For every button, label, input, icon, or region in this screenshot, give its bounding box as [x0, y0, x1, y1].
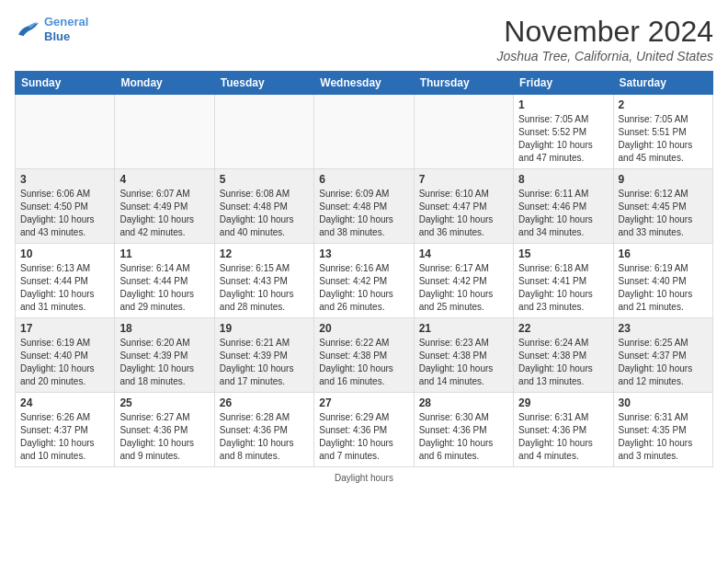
calendar-week-3: 10Sunrise: 6:13 AM Sunset: 4:44 PM Dayli…: [16, 244, 713, 318]
day-info: Sunrise: 7:05 AM Sunset: 5:51 PM Dayligh…: [619, 113, 708, 165]
calendar-day: 11Sunrise: 6:14 AM Sunset: 4:44 PM Dayli…: [115, 244, 214, 318]
day-number: 18: [119, 322, 209, 335]
calendar-day: 1Sunrise: 7:05 AM Sunset: 5:52 PM Daylig…: [514, 95, 613, 169]
calendar-day: [314, 95, 414, 169]
day-number: 26: [220, 396, 309, 409]
logo-text: General Blue: [44, 15, 88, 43]
day-info: Sunrise: 6:12 AM Sunset: 4:45 PM Dayligh…: [619, 188, 708, 239]
logo: General Blue: [15, 15, 88, 43]
calendar-day: 16Sunrise: 6:19 AM Sunset: 4:40 PM Dayli…: [613, 244, 712, 318]
day-number: 3: [20, 173, 109, 186]
calendar-day: [115, 95, 214, 169]
day-info: Sunrise: 6:11 AM Sunset: 4:46 PM Dayligh…: [518, 188, 608, 239]
day-info: Sunrise: 6:19 AM Sunset: 4:40 PM Dayligh…: [619, 262, 708, 314]
day-info: Sunrise: 6:09 AM Sunset: 4:48 PM Dayligh…: [319, 188, 408, 239]
day-info: Sunrise: 6:25 AM Sunset: 4:37 PM Dayligh…: [619, 337, 708, 388]
day-number: 30: [619, 396, 708, 409]
day-info: Sunrise: 6:31 AM Sunset: 4:35 PM Dayligh…: [619, 411, 708, 463]
day-info: Sunrise: 6:27 AM Sunset: 4:36 PM Dayligh…: [119, 411, 209, 463]
day-info: Sunrise: 6:24 AM Sunset: 4:38 PM Dayligh…: [518, 337, 608, 388]
day-number: 19: [220, 322, 309, 335]
calendar-day: 22Sunrise: 6:24 AM Sunset: 4:38 PM Dayli…: [514, 318, 613, 393]
day-number: 28: [419, 396, 508, 409]
day-number: 20: [319, 322, 408, 335]
day-info: Sunrise: 6:22 AM Sunset: 4:38 PM Dayligh…: [319, 337, 408, 388]
calendar-day: 5Sunrise: 6:08 AM Sunset: 4:48 PM Daylig…: [214, 169, 313, 244]
day-number: 13: [319, 247, 408, 260]
calendar-week-4: 17Sunrise: 6:19 AM Sunset: 4:40 PM Dayli…: [16, 318, 713, 393]
calendar-day: 28Sunrise: 6:30 AM Sunset: 4:36 PM Dayli…: [414, 393, 513, 467]
day-info: Sunrise: 6:29 AM Sunset: 4:36 PM Dayligh…: [319, 411, 408, 463]
day-info: Sunrise: 6:18 AM Sunset: 4:41 PM Dayligh…: [518, 262, 608, 314]
calendar-table: SundayMondayTuesdayWednesdayThursdayFrid…: [15, 71, 713, 467]
column-header-thursday: Thursday: [414, 72, 513, 95]
day-info: Sunrise: 6:16 AM Sunset: 4:42 PM Dayligh…: [319, 262, 408, 314]
calendar-day: 26Sunrise: 6:28 AM Sunset: 4:36 PM Dayli…: [214, 393, 313, 467]
calendar-week-5: 24Sunrise: 6:26 AM Sunset: 4:37 PM Dayli…: [16, 393, 713, 467]
day-info: Sunrise: 6:10 AM Sunset: 4:47 PM Dayligh…: [419, 188, 508, 239]
day-number: 16: [619, 247, 708, 260]
day-info: Sunrise: 6:31 AM Sunset: 4:36 PM Dayligh…: [518, 411, 608, 463]
calendar-day: 2Sunrise: 7:05 AM Sunset: 5:51 PM Daylig…: [613, 95, 712, 169]
day-number: 12: [220, 247, 309, 260]
logo-bird-icon: [15, 19, 40, 40]
logo-line2: Blue: [44, 29, 88, 44]
page-header: General Blue November 2024 Joshua Tree, …: [15, 15, 713, 63]
calendar-day: 6Sunrise: 6:09 AM Sunset: 4:48 PM Daylig…: [314, 169, 414, 244]
day-number: 8: [518, 173, 608, 186]
day-number: 14: [419, 247, 508, 260]
day-info: Sunrise: 6:26 AM Sunset: 4:37 PM Dayligh…: [20, 411, 109, 463]
logo-line1: General: [44, 15, 88, 29]
calendar-day: [16, 95, 115, 169]
calendar-day: 27Sunrise: 6:29 AM Sunset: 4:36 PM Dayli…: [314, 393, 414, 467]
day-number: 11: [119, 247, 209, 260]
day-info: Sunrise: 6:15 AM Sunset: 4:43 PM Dayligh…: [220, 262, 309, 314]
day-info: Sunrise: 6:20 AM Sunset: 4:39 PM Dayligh…: [119, 337, 209, 388]
calendar-day: 21Sunrise: 6:23 AM Sunset: 4:38 PM Dayli…: [414, 318, 513, 393]
day-number: 6: [319, 173, 408, 186]
day-info: Sunrise: 6:07 AM Sunset: 4:49 PM Dayligh…: [119, 188, 209, 239]
calendar-day: 10Sunrise: 6:13 AM Sunset: 4:44 PM Dayli…: [16, 244, 115, 318]
month-title: November 2024: [496, 15, 713, 49]
column-header-friday: Friday: [514, 72, 613, 95]
day-info: Sunrise: 6:13 AM Sunset: 4:44 PM Dayligh…: [20, 262, 109, 314]
day-info: Sunrise: 7:05 AM Sunset: 5:52 PM Dayligh…: [518, 113, 608, 165]
day-number: 25: [119, 396, 209, 409]
day-info: Sunrise: 6:21 AM Sunset: 4:39 PM Dayligh…: [220, 337, 309, 388]
day-number: 17: [20, 322, 109, 335]
day-info: Sunrise: 6:19 AM Sunset: 4:40 PM Dayligh…: [20, 337, 109, 388]
day-number: 4: [119, 173, 209, 186]
column-header-tuesday: Tuesday: [214, 72, 313, 95]
day-number: 21: [419, 322, 508, 335]
calendar-week-2: 3Sunrise: 6:06 AM Sunset: 4:50 PM Daylig…: [16, 169, 713, 244]
calendar-day: 20Sunrise: 6:22 AM Sunset: 4:38 PM Dayli…: [314, 318, 414, 393]
calendar-day: [414, 95, 513, 169]
calendar-day: 19Sunrise: 6:21 AM Sunset: 4:39 PM Dayli…: [214, 318, 313, 393]
title-area: November 2024 Joshua Tree, California, U…: [496, 15, 713, 63]
day-number: 15: [518, 247, 608, 260]
calendar-day: 23Sunrise: 6:25 AM Sunset: 4:37 PM Dayli…: [613, 318, 712, 393]
calendar-day: 12Sunrise: 6:15 AM Sunset: 4:43 PM Dayli…: [214, 244, 313, 318]
day-number: 29: [518, 396, 608, 409]
column-header-saturday: Saturday: [613, 72, 712, 95]
calendar-day: 13Sunrise: 6:16 AM Sunset: 4:42 PM Dayli…: [314, 244, 414, 318]
day-number: 5: [220, 173, 309, 186]
calendar-day: 30Sunrise: 6:31 AM Sunset: 4:35 PM Dayli…: [613, 393, 712, 467]
calendar-day: [214, 95, 313, 169]
calendar-day: 17Sunrise: 6:19 AM Sunset: 4:40 PM Dayli…: [16, 318, 115, 393]
column-header-monday: Monday: [115, 72, 214, 95]
day-number: 7: [419, 173, 508, 186]
day-number: 10: [20, 247, 109, 260]
day-info: Sunrise: 6:23 AM Sunset: 4:38 PM Dayligh…: [419, 337, 508, 388]
day-info: Sunrise: 6:14 AM Sunset: 4:44 PM Dayligh…: [119, 262, 209, 314]
calendar-day: 7Sunrise: 6:10 AM Sunset: 4:47 PM Daylig…: [414, 169, 513, 244]
column-header-sunday: Sunday: [16, 72, 115, 95]
calendar-day: 24Sunrise: 6:26 AM Sunset: 4:37 PM Dayli…: [16, 393, 115, 467]
day-info: Sunrise: 6:17 AM Sunset: 4:42 PM Dayligh…: [419, 262, 508, 314]
calendar-week-1: 1Sunrise: 7:05 AM Sunset: 5:52 PM Daylig…: [16, 95, 713, 169]
column-header-wednesday: Wednesday: [314, 72, 414, 95]
calendar-day: 15Sunrise: 6:18 AM Sunset: 4:41 PM Dayli…: [514, 244, 613, 318]
day-info: Sunrise: 6:08 AM Sunset: 4:48 PM Dayligh…: [220, 188, 309, 239]
day-info: Sunrise: 6:28 AM Sunset: 4:36 PM Dayligh…: [220, 411, 309, 463]
day-number: 24: [20, 396, 109, 409]
